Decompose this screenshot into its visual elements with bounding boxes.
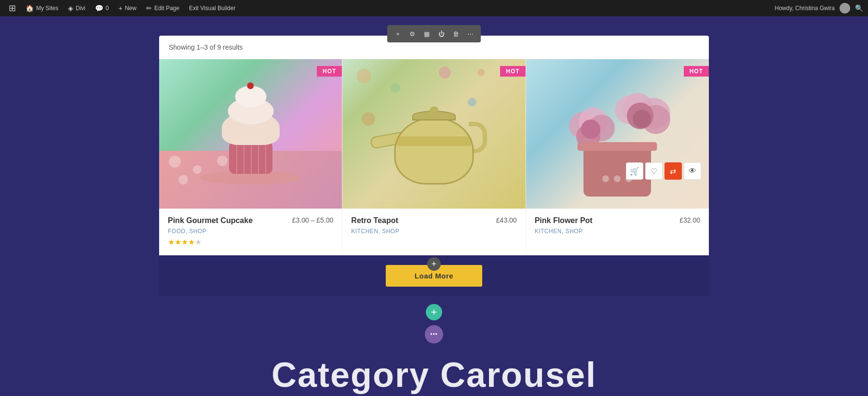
toolbar-layout-button[interactable]: ▦ (420, 27, 434, 40)
divi-nav[interactable]: ◈ Divi (64, 0, 89, 16)
hot-badge-flowerpot: HOT (684, 66, 709, 77)
product-title-cupcake: Pink Gourmet Cupcake (168, 216, 253, 225)
product-card-cupcake: HOT Pink Gourmet Cupcake £3.00 – £5.00 F… (159, 59, 342, 255)
toolbar-more-button[interactable]: ⋯ (463, 27, 477, 40)
product-categories-teapot: KITCHEN, SHOP (351, 228, 516, 235)
quickview-button[interactable]: 👁 (684, 162, 701, 180)
products-grid: HOT Pink Gourmet Cupcake £3.00 – £5.00 F… (159, 59, 709, 255)
product-image-flowerpot: HOT 🛒 ♡ ⇄ 👁 (526, 59, 709, 209)
product-info-teapot: Retro Teapot £43.00 KITCHEN, SHOP (342, 209, 525, 246)
product-price-cupcake: £3.00 – £5.00 (292, 216, 334, 224)
exit-builder-nav[interactable]: Exit Visual Builder (185, 0, 240, 16)
product-card-teapot: HOT Retro Teapot £43.00 KITCHEN, SHOP (342, 59, 526, 255)
product-price-teapot: £43.00 (496, 216, 517, 224)
shop-section: + ⚙ ▦ ⏻ 🗑 ⋯ Showing 1–3 of 9 results (159, 36, 709, 255)
wishlist-button[interactable]: ♡ (645, 162, 663, 180)
hot-badge-cupcake: HOT (317, 66, 342, 77)
load-more-section: + Load More (159, 255, 709, 296)
settings-circle-button[interactable]: ••• (425, 325, 443, 343)
product-price-flowerpot: £32.00 (679, 216, 700, 224)
admin-bar: ⊞ 🏠 My Sites ◈ Divi 💬 0 + New ✏ Edit Pag… (0, 0, 868, 16)
product-image-teapot: HOT (342, 59, 525, 209)
comments-icon: 💬 (95, 4, 103, 12)
edit-page-nav[interactable]: ✏ Edit Page (142, 0, 183, 16)
my-sites-nav[interactable]: 🏠 My Sites (22, 0, 62, 16)
admin-bar-right: Howdy, Christina Gwira 🔍 (775, 3, 863, 13)
product-info-cupcake: Pink Gourmet Cupcake £3.00 – £5.00 FOOD,… (159, 209, 342, 255)
product-title-teapot: Retro Teapot (351, 216, 398, 225)
home-icon: 🏠 (26, 4, 34, 12)
product-actions: 🛒 ♡ ⇄ 👁 (626, 162, 701, 180)
section-toolbar: + ⚙ ▦ ⏻ 🗑 ⋯ (387, 25, 481, 42)
hot-badge-teapot: HOT (500, 66, 525, 77)
load-more-button[interactable]: + Load More (386, 265, 482, 287)
pencil-icon: ✏ (146, 4, 152, 12)
category-carousel-heading: Category Carousel (0, 357, 868, 396)
toolbar-gear-button[interactable]: ⚙ (406, 27, 419, 40)
new-nav[interactable]: + New (115, 0, 140, 16)
load-more-plus-icon: + (427, 257, 441, 271)
page-content: + ⚙ ▦ ⏻ 🗑 ⋯ Showing 1–3 of 9 results (0, 16, 868, 396)
divi-icon: ◈ (68, 4, 73, 12)
avatar (840, 3, 850, 13)
toolbar-power-button[interactable]: ⏻ (434, 27, 448, 40)
plus-icon: + (119, 4, 122, 12)
product-info-flowerpot: Pink Flower Pot £32.00 KITCHEN, SHOP (526, 209, 709, 246)
product-title-flowerpot: Pink Flower Pot (535, 216, 593, 225)
product-categories-flowerpot: KITCHEN, SHOP (535, 228, 700, 235)
add-section-button[interactable]: + (426, 304, 442, 320)
product-rating-cupcake: ★★★★★ (168, 238, 333, 247)
search-icon[interactable]: 🔍 (855, 4, 863, 12)
product-card-flowerpot: HOT 🛒 ♡ ⇄ 👁 Pink Flower Pot £32.00 (526, 59, 709, 255)
wp-icon[interactable]: ⊞ (5, 0, 20, 16)
compare-button[interactable]: ⇄ (665, 162, 682, 180)
product-image-cupcake: HOT (159, 59, 342, 209)
comments-nav[interactable]: 💬 0 (91, 0, 113, 16)
product-categories-cupcake: FOOD, SHOP (168, 228, 333, 235)
add-to-cart-button[interactable]: 🛒 (626, 162, 643, 180)
toolbar-add-button[interactable]: + (391, 27, 405, 40)
bottom-add-section: + ••• (425, 304, 443, 343)
toolbar-trash-button[interactable]: 🗑 (449, 27, 462, 40)
